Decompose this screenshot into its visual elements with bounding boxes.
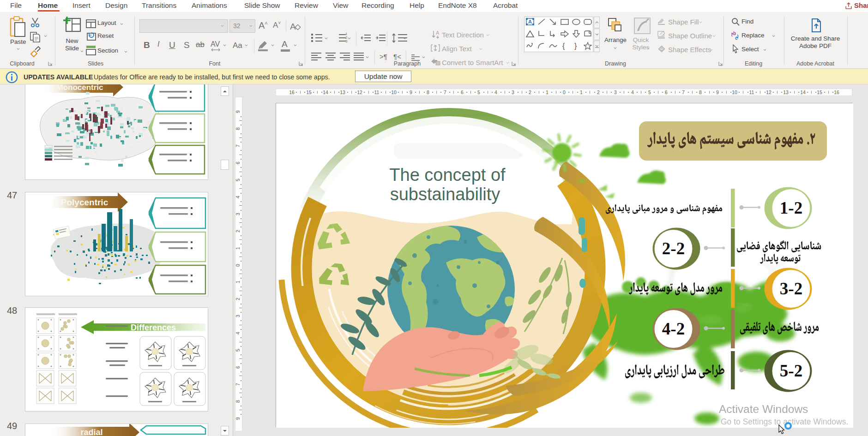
svg-text:The concept of: The concept of bbox=[389, 165, 506, 185]
svg-text:substainability: substainability bbox=[390, 185, 500, 204]
svg-text:2-2: 2-2 bbox=[662, 239, 685, 258]
svg-text:1-2: 1-2 bbox=[780, 198, 802, 217]
svg-text:A: A bbox=[528, 19, 532, 24]
svg-text:}: } bbox=[574, 42, 577, 50]
svg-text:3-2: 3-2 bbox=[780, 279, 802, 298]
svg-text:A: A bbox=[436, 30, 440, 36]
svg-text:4-2: 4-2 bbox=[662, 319, 685, 338]
svg-text:{: { bbox=[562, 42, 565, 50]
svg-text:Monocentric: Monocentric bbox=[56, 84, 103, 92]
svg-text:Activate Windows: Activate Windows bbox=[719, 403, 808, 415]
svg-text:radial: radial bbox=[80, 428, 102, 436]
svg-text:Polycentric: Polycentric bbox=[61, 197, 108, 207]
svg-text:5-2: 5-2 bbox=[780, 361, 802, 380]
svg-text:Differences: Differences bbox=[131, 323, 176, 332]
svg-text:A: A bbox=[290, 22, 296, 31]
